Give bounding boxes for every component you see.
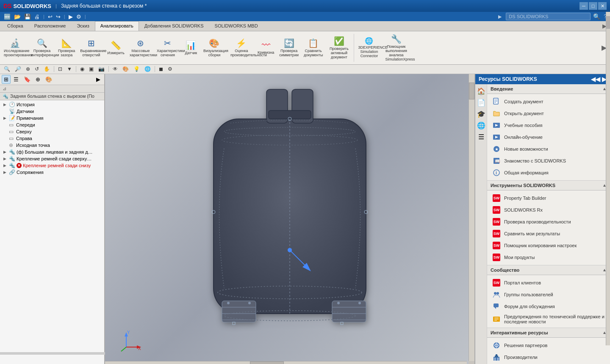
rp-item-customer-portal[interactable]: SW Портал клиентов — [490, 277, 607, 289]
rp-item-new-features[interactable]: ★ Новые возможности — [490, 143, 607, 155]
vt-appearances[interactable]: 🎨 — [120, 65, 131, 73]
vt-hide-show[interactable]: 👁 — [111, 65, 120, 73]
rp-item-copy-settings[interactable]: SW Помощник копирования настроек — [490, 240, 607, 251]
vt-view-options[interactable]: ▼ — [65, 65, 74, 73]
tab-mbd[interactable]: SOLIDWORKS MBD — [209, 21, 263, 31]
rp-section-header-intro[interactable]: Введение ▲ — [487, 84, 610, 94]
ft-btn-feature-manager[interactable]: ⊞ — [2, 75, 11, 84]
ft-expand-history[interactable]: ▶ — [3, 102, 8, 107]
search-button[interactable]: 🔍 — [593, 13, 600, 20]
vt-view-setting[interactable]: ⚙ — [166, 65, 175, 73]
ft-item-sverhu[interactable]: ▶ ▭ Сверху — [0, 128, 104, 135]
ft-btn-dim-xpert[interactable]: ⊕ — [33, 75, 42, 84]
tab-analizirovat[interactable]: Анализировать — [95, 21, 139, 31]
rp-item-general-info[interactable]: i Общая информация — [490, 167, 607, 179]
rp-item-perf-check[interactable]: SW Проверка производительности — [490, 216, 607, 228]
rp-item-create-doc[interactable]: Создать документ — [490, 96, 607, 108]
tab-dobavleniya[interactable]: Добавления SOLIDWORKS — [139, 21, 209, 31]
vt-zoom-to-selection[interactable]: 🔎 — [13, 65, 23, 73]
vt-zoom-in[interactable]: ⊕ — [24, 65, 32, 73]
quick-access-arrow[interactable]: ▶ — [498, 14, 502, 19]
viewport[interactable]: Y X — [105, 74, 474, 364]
ft-expand-body1[interactable]: ▶ — [3, 150, 8, 154]
qa-open[interactable]: 📂 — [13, 13, 22, 20]
tool-harakt-secheniya[interactable]: ✂ Характеристикисечения — [155, 32, 181, 63]
ft-resize-handle[interactable] — [0, 352, 105, 355]
rp-section-header-community[interactable]: Сообщество ▲ — [487, 265, 610, 275]
rp-item-partners[interactable]: Решения партнеров — [490, 339, 607, 351]
qa-undo[interactable]: ↩ — [47, 13, 54, 20]
tool-massovye[interactable]: ⊛ Массовыехарактеристики — [128, 32, 154, 63]
ft-expand-krepление1[interactable]: ▶ — [3, 157, 8, 161]
sidebar-learn-icon[interactable]: 🎓 — [476, 109, 487, 119]
tab-raspolozhenie[interactable]: Расположение — [29, 21, 72, 31]
sidebar-docs-icon[interactable]: 📄 — [476, 97, 487, 108]
rp-section-header-tools[interactable]: Инструменты SOLIDWORKS ▲ — [487, 181, 610, 190]
ft-btn-property-manager[interactable]: ☰ — [11, 75, 21, 84]
tool-proverka-interf[interactable]: 🔍 Проверкаинтерференции — [29, 32, 55, 63]
tool-proverka-zazora[interactable]: 📐 Проверказазора — [56, 32, 77, 63]
rp-item-tutorials[interactable]: Учебные пособия — [490, 119, 607, 131]
tool-3dexperience[interactable]: 🌐 3DEXPERIENCESimulationConnector — [356, 32, 382, 63]
vt-zoom-to-fit[interactable]: 🔍 — [2, 65, 12, 73]
qa-new[interactable]: 🆕 — [3, 13, 12, 20]
rp-item-compare[interactable]: SW Сравнить мои результаты — [490, 228, 607, 240]
ft-item-notes[interactable]: ▶ 📝 Примечания — [0, 115, 104, 121]
ft-expand-all-btn[interactable]: ▶ — [94, 75, 103, 84]
ft-item-sensors[interactable]: ▶ 📡 Датчики — [0, 108, 104, 115]
rp-item-manufacturers[interactable]: Производители — [490, 351, 607, 363]
search-input[interactable] — [506, 13, 591, 20]
ft-item-krepление1[interactable]: ▶ 🔩 Крепление ремней сзади сверху<2> — [0, 155, 104, 162]
rp-item-forum[interactable]: Форум для обсуждения — [490, 301, 607, 312]
tool-pomoshnik[interactable]: 🔧 Помощниквыполнения анализаSimulationXp… — [383, 32, 409, 63]
rp-item-prop-tab[interactable]: SW Property Tab Builder — [490, 192, 607, 204]
tool-proverka-simm[interactable]: 🔄 Проверкасимметрии — [277, 32, 301, 63]
tool-vyravnivanie[interactable]: ⊞ Выравниваниеотверстий — [78, 32, 104, 63]
qa-save[interactable]: 💾 — [23, 13, 32, 20]
vt-display-style[interactable]: ◉ — [78, 65, 86, 73]
ft-item-sopryazheniya[interactable]: ▶ 🔗 Сопряжения — [0, 169, 104, 176]
tab-sborka[interactable]: Сборка — [2, 21, 29, 31]
ft-expand-krepление2[interactable]: ▶ — [3, 163, 8, 168]
tool-proverit-dok[interactable]: ✅ Проверитьактивный документ — [326, 32, 352, 63]
qa-print[interactable]: 🖨 — [33, 13, 41, 20]
rp-scrollbar[interactable] — [606, 74, 610, 345]
rp-section-header-interactive[interactable]: Интерактивные ресурсы ▲ — [487, 328, 610, 338]
vt-camera[interactable]: 📷 — [96, 65, 107, 73]
rp-item-user-groups[interactable]: Группы пользователей — [490, 289, 607, 301]
tool-krivizna[interactable]: 〰 Кривизна — [255, 32, 276, 63]
ft-item-origin[interactable]: ▶ ⊕ Исходная точка — [0, 142, 104, 149]
tab-eskiz[interactable]: Эскиз — [71, 21, 94, 31]
vt-environment[interactable]: 🌐 — [142, 65, 153, 73]
minimize-button[interactable]: ─ — [580, 2, 588, 10]
rp-collapse-left-btn[interactable]: ◀◀ — [591, 76, 600, 83]
qa-redo[interactable]: ↪ — [55, 13, 62, 20]
close-button[interactable]: ✕ — [598, 2, 607, 10]
rp-item-my-products[interactable]: SW Мои продукты — [490, 251, 607, 263]
viewport-scrollbar-horizontal[interactable] — [105, 361, 467, 364]
vt-apply-scene[interactable]: ◼ — [157, 65, 165, 73]
rp-item-warnings[interactable]: Предупреждения по технической поддержке … — [490, 312, 607, 326]
rp-item-online-study[interactable]: Онлайн-обучение — [490, 131, 607, 143]
tool-issledovanie[interactable]: 🔬 Исследованиепроектирования — [2, 32, 28, 63]
ft-btn-config-manager[interactable]: 🔖 — [22, 75, 33, 84]
vt-pan[interactable]: ✋ — [42, 65, 52, 73]
rp-item-intro-sw[interactable]: 📖 Знакомство с SOLIDWORKS — [490, 155, 607, 167]
ft-item-body1[interactable]: ▶ 🔩 (ф) Большая лицевая и задняя дета — [0, 149, 104, 155]
ft-item-sprava[interactable]: ▶ ▭ Справа — [0, 135, 104, 142]
tool-izmeryat[interactable]: 📏 Измерить — [105, 32, 127, 63]
viewport-scrollbar-vertical[interactable] — [469, 74, 474, 361]
ft-expand-sopryazheniya[interactable]: ▶ — [3, 170, 8, 174]
tool-datchik[interactable]: 📊 Датчик — [182, 32, 200, 63]
qa-rebuild[interactable]: ▶ — [67, 13, 74, 20]
tool-vizualizaciya[interactable]: 🎨 Визуализациясборки — [201, 32, 227, 63]
vt-section-view[interactable]: ▣ — [87, 65, 96, 73]
qa-options[interactable]: ⚙ — [75, 13, 83, 20]
ft-btn-display-manager[interactable]: 🎨 — [43, 75, 54, 84]
ft-item-krepление2[interactable]: ▶ 🔩 ✕ Крепление ремней сзади снизу — [0, 162, 104, 169]
tool-sravnit-doc[interactable]: 📋 Сравнитьдокументы — [302, 32, 325, 63]
sidebar-globe-icon[interactable]: 🌐 — [476, 120, 487, 131]
tool-ocenka[interactable]: ⚡ Оценкапроизводительности — [228, 32, 255, 63]
vt-lights[interactable]: 💡 — [131, 65, 142, 73]
ft-expand-notes[interactable]: ▶ — [3, 116, 8, 120]
